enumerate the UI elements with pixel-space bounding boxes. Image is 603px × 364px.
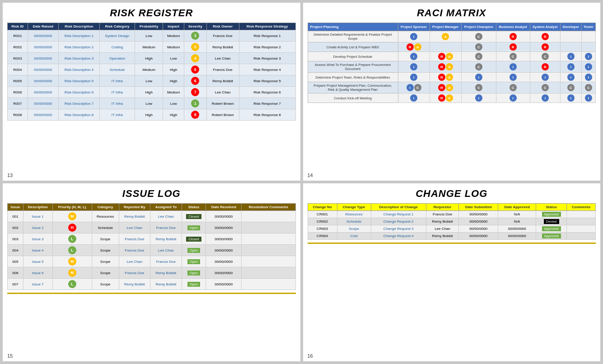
raci-matrix-table: Project Planning Project Sponsor Project… <box>308 23 596 103</box>
risk-date: 00/00/0000 <box>28 87 58 98</box>
issue-reported: Francis Doe <box>119 245 150 256</box>
raci-cell: RA <box>430 93 462 103</box>
raci-row-label: Determine Detailed Requirements & Finali… <box>308 31 398 42</box>
change-log-panel: CHANGE LOG Change No Change Type Descrip… <box>303 183 601 361</box>
change-type: Cost <box>337 233 371 240</box>
risk-desc: Risk Description 1 <box>58 30 99 42</box>
issue-status: Closed <box>182 233 206 245</box>
raci-row-label: Determine Project Team, Roles & Responsi… <box>308 73 398 82</box>
raci-cell: C <box>462 31 496 42</box>
risk-strategy: Risk Response 8 <box>239 109 295 121</box>
col-issue-id: Issue <box>8 204 23 211</box>
issue-priority: H <box>52 222 92 233</box>
risk-date: 00/00/0000 <box>28 109 58 121</box>
risk-strategy: Risk Response 4 <box>239 64 295 75</box>
risk-cat: IT Infra <box>100 98 135 109</box>
risk-impact: Low <box>163 53 184 64</box>
issue-assigned: Lee Chan <box>150 211 182 222</box>
issue-date: 00/00/0000 <box>206 233 242 245</box>
risk-id: R008 <box>8 109 28 121</box>
col-status: Status <box>182 204 206 211</box>
risk-register-title: RISK REGISTER <box>7 7 296 19</box>
risk-impact: Medium <box>163 87 184 98</box>
table-row: R002 00/00/0000 Risk Description 2 Codin… <box>8 42 296 53</box>
table-row: CR004 Cost Change Request 4 Remy Bobbit … <box>308 233 596 240</box>
raci-cell: I <box>398 31 430 42</box>
risk-prob: Medium <box>135 42 163 53</box>
risk-id: R005 <box>8 75 28 87</box>
issue-assigned: Remy Bobbit <box>150 267 182 279</box>
raci-cell: C <box>530 82 561 93</box>
raci-cell <box>430 42 462 52</box>
col-date-submitted: Date Submitted <box>459 204 498 211</box>
raci-cell: I <box>581 52 595 61</box>
raci-cell: C <box>561 82 582 93</box>
risk-prob: Low <box>135 30 163 42</box>
change-desc: Change Request 4 <box>371 233 426 240</box>
raci-cell: I <box>530 73 561 82</box>
change-type: Resources <box>337 211 371 218</box>
issue-desc: Issue 4 <box>23 245 52 256</box>
raci-cell: RA <box>430 52 462 61</box>
table-row: R001 00/00/0000 Risk Description 1 Syste… <box>8 30 296 42</box>
change-req: Remy Bobbit <box>426 233 459 240</box>
risk-impact: Low <box>163 98 184 109</box>
risk-owner: Robert Brown <box>206 109 239 121</box>
change-no: CR002 <box>308 218 337 225</box>
raci-row-label: Develop Project Schedule <box>308 52 398 61</box>
issue-cat: Scope <box>92 256 119 267</box>
change-comments <box>566 233 595 240</box>
col-resolution: Resolution/ Comments <box>242 204 295 211</box>
issue-priority: L <box>52 233 92 245</box>
raci-cell: R <box>496 42 530 52</box>
issue-date: 00/00/0000 <box>206 245 242 256</box>
col-issue-desc: Description <box>23 204 52 211</box>
issue-assigned: Remy Bobbit <box>150 279 182 290</box>
raci-row: Develop Project ScheduleIRACCCII <box>308 52 596 61</box>
col-change-status: Status <box>536 204 567 211</box>
table-row: R006 00/00/0000 Risk Description 6 IT In… <box>8 87 296 98</box>
issue-desc: Issue 7 <box>23 279 52 290</box>
issue-reported: Francis Doe <box>119 233 150 245</box>
raci-cell: I <box>398 93 430 103</box>
issue-resolution <box>242 267 295 279</box>
col-severity: Severity <box>184 23 206 30</box>
issue-desc: Issue 2 <box>23 222 52 233</box>
risk-severity: 1 <box>184 98 206 109</box>
raci-matrix-panel: RACI MATRIX Project Planning Project Spo… <box>303 3 601 181</box>
issue-log-panel: ISSUE LOG Issue Description Priority (H,… <box>3 183 300 361</box>
risk-prob: High <box>135 53 163 64</box>
col-date-raised: Date Raised <box>28 23 58 30</box>
col-change-type: Change Type <box>337 204 371 211</box>
raci-cell: C <box>496 82 530 93</box>
raci-col-sponsor: Project Sponsor <box>398 23 430 31</box>
risk-owner: Lee Chan <box>206 53 239 64</box>
risk-prob: High <box>135 109 163 121</box>
issue-id: 005 <box>8 256 23 267</box>
risk-cat: Operation <box>100 53 135 64</box>
risk-severity: 6 <box>184 64 206 75</box>
issue-cat: Schedule <box>92 222 119 233</box>
panel-number-15: 15 <box>7 353 13 359</box>
change-comments <box>566 218 595 225</box>
change-approved: N/A <box>498 211 536 218</box>
raci-row: Prepare Project Management Plan, Communi… <box>308 82 596 93</box>
change-status: Approved <box>536 225 567 233</box>
raci-cell: R <box>496 31 530 42</box>
change-desc: Change Request 2 <box>371 218 426 225</box>
change-submitted: 00/00/0000 <box>459 225 498 233</box>
change-approved: N/A <box>498 218 536 225</box>
issue-priority: L <box>52 279 92 290</box>
change-req: Lee Chan <box>426 225 459 233</box>
raci-cell: C <box>462 42 496 52</box>
change-no: CR003 <box>308 225 337 233</box>
risk-owner: Lee Chan <box>206 87 239 98</box>
risk-severity: 7 <box>184 87 206 98</box>
issue-resolution <box>242 279 295 290</box>
risk-impact: High <box>163 109 184 121</box>
risk-severity: 4 <box>184 53 206 64</box>
table-row: R004 00/00/0000 Risk Description 4 Sched… <box>8 64 296 75</box>
issue-priority: M <box>52 211 92 222</box>
col-risk-desc: Risk Description <box>58 23 99 30</box>
risk-register-panel: RISK REGISTER Risk ID Date Raised Risk D… <box>3 3 300 181</box>
